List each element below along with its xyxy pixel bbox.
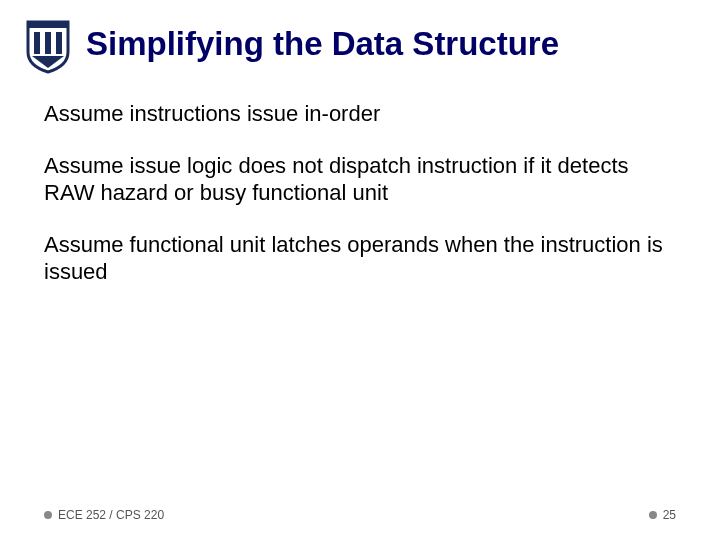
slide-number: 25 [663, 508, 676, 522]
body-paragraph: Assume functional unit latches operands … [44, 231, 676, 286]
footer-left: ECE 252 / CPS 220 [44, 508, 164, 522]
course-code: ECE 252 / CPS 220 [58, 508, 164, 522]
slide-footer: ECE 252 / CPS 220 25 [0, 508, 720, 522]
svg-rect-0 [34, 32, 40, 54]
body-paragraph: Assume issue logic does not dispatch ins… [44, 152, 676, 207]
slide-content: Assume instructions issue in-order Assum… [0, 74, 720, 286]
svg-rect-2 [56, 32, 62, 54]
svg-rect-1 [45, 32, 51, 54]
slide-title: Simplifying the Data Structure [86, 18, 559, 64]
bullet-icon [649, 511, 657, 519]
duke-shield-logo [24, 18, 72, 74]
footer-right: 25 [649, 508, 676, 522]
bullet-icon [44, 511, 52, 519]
body-paragraph: Assume instructions issue in-order [44, 100, 676, 128]
slide-header: Simplifying the Data Structure [0, 0, 720, 74]
